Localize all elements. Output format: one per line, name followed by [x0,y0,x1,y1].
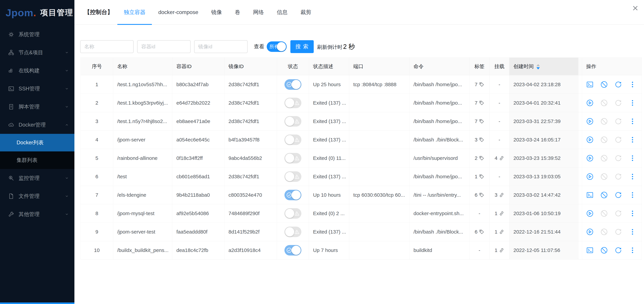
image-id-filter-input[interactable] [194,40,248,53]
console-title: 【控制台】 [84,8,113,16]
more-button-icon[interactable] [629,228,636,236]
column-header-label: 命令 [414,63,424,69]
view-all-toggle[interactable]: 所有 [267,41,287,52]
cell-image-id: a2d3f10918c4 [224,241,277,260]
sidebar-menu: 系统管理节点&项目在线构建SSH管理脚本管理Docker管理Docker列表集群… [0,25,74,223]
column-header: 状态描述 [309,58,349,75]
restart-button-icon[interactable] [614,191,622,199]
sidebar-item[interactable]: 脚本管理 [0,98,74,116]
start-button-icon[interactable] [586,99,594,107]
mounts-count: - [498,82,500,87]
sidebar-subitem[interactable]: 集群列表 [0,151,74,169]
tab-2[interactable]: docker-compose [152,0,205,24]
refresh-countdown: 刷新倒计时2 秒 [317,42,355,51]
cell-container-id: b80c3a24f7ab [172,75,224,94]
column-header-label: 镜像ID [228,63,244,69]
restart-button-icon[interactable] [614,81,622,88]
status-toggle[interactable] [284,98,301,108]
restart-button-icon[interactable] [614,247,622,254]
sidebar-item[interactable]: 系统管理 [0,25,74,43]
tab-5[interactable]: 网络 [247,0,270,24]
table-row: 2/test.1.kbog53rpv6iyj...e64d72bb20222d3… [81,94,642,112]
stop-button-icon[interactable] [600,81,608,88]
tab-4[interactable]: 卷 [228,0,247,24]
cell-container-id: eb8aee471a0e [172,112,224,131]
mounts-count: - [498,137,500,143]
sidebar-item[interactable]: 其他管理 [0,205,74,223]
cell-ports [349,149,410,167]
cell-mounts: - [490,75,510,94]
search-button[interactable]: 搜 索 [290,40,314,53]
terminal-button-icon[interactable] [586,247,594,254]
cell-gap [578,94,582,112]
status-toggle[interactable] [284,116,301,127]
more-button-icon[interactable] [629,191,636,199]
sidebar-item[interactable]: 监控管理 [0,169,74,187]
start-button-icon[interactable] [586,210,594,217]
status-toggle[interactable] [284,153,301,163]
cell-index: 7 [81,186,113,204]
more-button-icon[interactable] [629,154,636,162]
stop-button-icon[interactable] [600,191,608,199]
tags-count: - [478,247,480,253]
cell-index: 8 [81,204,113,223]
stop-button-icon[interactable] [600,247,608,254]
column-header-label: 标签 [474,63,484,69]
tab-7[interactable]: 裁剪 [294,0,318,24]
sidebar-item[interactable]: 在线构建 [0,61,74,80]
cell-mounts: 1 [490,223,510,241]
cell-actions [582,75,642,94]
restart-button-icon [614,99,622,107]
more-button-icon[interactable] [629,118,636,125]
cell-gap [578,75,582,94]
chevron-up-icon [64,123,69,127]
tab-1[interactable]: 独立容器 [117,0,152,24]
more-button-icon[interactable] [629,81,636,88]
toggle-knob [285,98,294,107]
start-button-icon[interactable] [586,154,594,162]
cell-index: 1 [81,75,113,94]
chevron-down-icon [64,212,69,217]
sort-carets[interactable] [536,64,540,69]
more-button-icon[interactable] [629,210,636,217]
name-filter-input[interactable] [80,40,134,53]
column-header[interactable]: 创建时间 [510,58,578,75]
status-toggle[interactable] [284,245,301,256]
status-toggle[interactable] [284,190,301,200]
cell-gap [578,167,582,186]
sidebar-item[interactable]: SSH管理 [0,80,74,98]
status-toggle[interactable] [284,134,301,145]
close-icon[interactable]: × [632,3,638,13]
tab-3[interactable]: 镜像 [205,0,228,24]
sidebar-item[interactable]: Docker管理 [0,116,74,134]
sidebar-item[interactable]: 节点&项目 [0,43,74,61]
start-button-icon[interactable] [586,118,594,125]
status-toggle[interactable] [284,208,301,219]
more-button-icon[interactable] [629,136,636,143]
cell-name: /jpom-server [113,131,172,149]
start-button-icon[interactable] [586,173,594,180]
start-button-icon[interactable] [586,136,594,143]
terminal-button-icon[interactable] [586,81,594,88]
container-id-filter-input[interactable] [137,40,190,53]
more-button-icon[interactable] [629,173,636,180]
more-button-icon[interactable] [629,99,636,107]
status-toggle[interactable] [284,171,301,182]
tags-count: - [478,211,480,216]
tags-count: 6 [475,229,478,235]
cell-tags: - [470,241,490,260]
more-button-icon[interactable] [629,247,636,254]
cell-command: /bin/bash /home/jpo... [410,94,470,112]
cell-gap [578,186,582,204]
warning-triangle-icon [294,137,300,143]
cell-name: /test.1.ng1ov5s57hh... [113,75,172,94]
sidebar-item-label: 监控管理 [18,175,64,182]
sidebar-item[interactable]: 文件管理 [0,187,74,205]
start-button-icon[interactable] [586,228,594,236]
sidebar-subitem[interactable]: Docker列表 [0,134,74,151]
status-toggle[interactable] [284,79,301,90]
terminal-button-icon[interactable] [586,191,594,199]
tab-6[interactable]: 信息 [270,0,294,24]
cell-ports: tcp :8084/tcp :8888 [349,75,410,94]
status-toggle[interactable] [284,227,301,237]
